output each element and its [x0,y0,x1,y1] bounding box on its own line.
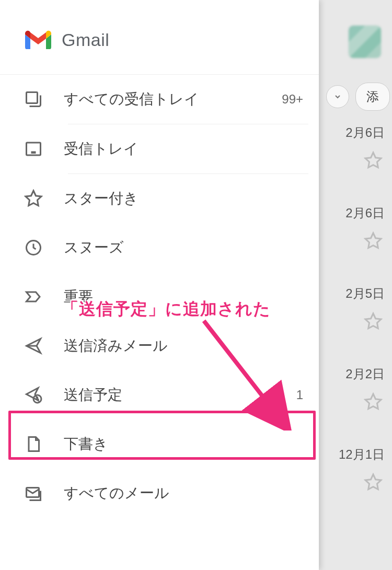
sidebar-item-count: 99+ [277,92,303,107]
svg-marker-0 [365,153,381,168]
sidebar-item-label: スター付き [64,189,256,208]
star-icon [24,189,43,208]
all-mail-icon [24,484,43,503]
star-icon[interactable] [364,151,383,172]
star-icon[interactable] [364,312,383,333]
message-date: 12月1日 [339,446,385,463]
svg-marker-1 [365,233,381,248]
sent-icon [24,336,43,355]
draft-icon [24,435,43,453]
sidebar-item-snoozed[interactable]: スヌーズ [0,223,319,272]
star-icon[interactable] [364,231,383,252]
message-date: 2月5日 [345,285,385,302]
svg-marker-2 [365,313,381,329]
message-date: 2月2日 [345,366,385,382]
sidebar-item-label: 受信トレイ [64,139,256,159]
svg-rect-5 [27,92,38,103]
chevron-down-icon[interactable] [326,85,349,108]
svg-marker-4 [365,474,381,490]
sidebar-item-label: 下書き [64,434,256,454]
drawer-list: すべての受信トレイ 99+ 受信トレイ スター付き スヌーズ [0,75,319,570]
gmail-logo-icon [24,29,52,50]
sidebar-item-label: すべてのメール [64,483,256,503]
sidebar-item-drafts[interactable]: 下書き [0,420,319,469]
all-inboxes-icon [24,90,43,109]
message-date: 2月6日 [345,124,385,141]
drawer-header: Gmail [0,0,319,75]
navigation-drawer: Gmail すべての受信トレイ 99+ 受信トレイ スター付き [0,0,319,570]
sidebar-item-label: 送信予定 [64,385,256,405]
inbox-icon [24,139,43,158]
filter-chip-attachment[interactable]: 添 [355,83,390,111]
sidebar-item-starred[interactable]: スター付き [0,174,319,223]
sidebar-item-label: 送信済みメール [64,336,256,356]
sidebar-item-scheduled[interactable]: 送信予定 1 [0,370,319,420]
sidebar-item-sent[interactable]: 送信済みメール [0,321,319,370]
sidebar-item-all-inboxes[interactable]: すべての受信トレイ 99+ [0,75,319,124]
svg-marker-3 [365,394,381,409]
star-icon[interactable] [364,392,383,413]
message-date: 2月6日 [345,205,385,222]
sidebar-item-important[interactable]: 重要 [0,272,319,321]
app-title: Gmail [62,30,109,50]
sidebar-item-label: 重要 [64,287,256,307]
svg-marker-7 [26,191,41,206]
sidebar-item-inbox[interactable]: 受信トレイ [0,124,319,173]
avatar[interactable] [348,25,382,59]
sidebar-item-label: すべての受信トレイ [64,89,256,109]
scheduled-icon [24,386,43,404]
important-icon [24,287,43,306]
sidebar-item-count: 1 [277,388,303,402]
clock-icon [24,238,43,257]
sidebar-item-label: スヌーズ [64,238,256,258]
sidebar-item-all-mail[interactable]: すべてのメール [0,469,319,518]
star-icon[interactable] [364,473,383,494]
